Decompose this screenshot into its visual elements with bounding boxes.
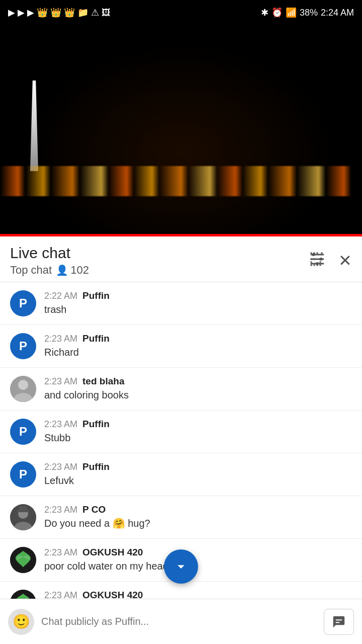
chat-input-field[interactable] <box>41 609 317 635</box>
video-background <box>0 25 362 236</box>
chat-time: 2:23 AM <box>44 334 77 344</box>
washington-monument <box>30 80 38 171</box>
viewer-number: 102 <box>70 264 89 277</box>
chat-content: 2:23 AM OGKUSH 420 poor cold water on my… <box>44 547 352 573</box>
chat-message: and coloring books <box>44 388 352 402</box>
chat-meta: 2:22 AM Puffin <box>44 290 352 301</box>
person-icon: 👤 <box>56 264 68 276</box>
chat-user: OGKUSH 420 <box>82 547 143 558</box>
top-chat-label[interactable]: Top chat <box>10 264 52 277</box>
emoji-button[interactable]: 🙂 <box>8 609 34 635</box>
avatar: P <box>10 333 36 359</box>
chat-user: Puffin <box>82 333 110 344</box>
send-button[interactable] <box>324 609 354 635</box>
app-icons: ▶ ▶ ▶ 👑 👑 👑 📁 ⚠ 🖼 <box>8 7 111 18</box>
viewer-count: 👤 102 <box>56 264 89 277</box>
chat-content: 2:23 AM Puffin Lefuvk <box>44 461 352 488</box>
chat-meta: 2:23 AM P CO <box>44 504 352 515</box>
city-lights <box>0 166 362 196</box>
list-item: P 2:22 AM Puffin trash <box>0 282 362 325</box>
chat-time: 2:23 AM <box>44 462 77 472</box>
chat-meta: 2:23 AM Puffin <box>44 419 352 430</box>
filter-icon[interactable] <box>308 250 326 272</box>
avatar: P <box>10 461 36 488</box>
avatar <box>10 547 36 573</box>
chat-time: 2:22 AM <box>44 291 77 301</box>
svg-rect-15 <box>19 506 27 512</box>
bluetooth-icon: ✱ <box>261 7 268 18</box>
chat-content: 2:23 AM Puffin Richard <box>44 333 352 359</box>
video-progress-bar[interactable] <box>0 234 362 236</box>
avatar: P <box>10 290 36 316</box>
list-item: P 2:23 AM Puffin Stubb <box>0 411 362 453</box>
svg-point-5 <box>316 262 319 265</box>
live-chat-sub: Top chat 👤 102 <box>10 264 89 277</box>
alarm-icon: ⏰ <box>272 7 283 18</box>
svg-point-9 <box>18 380 28 390</box>
status-bar: ▶ ▶ ▶ 👑 👑 👑 📁 ⚠ 🖼 ✱ ⏰ 📶 38% 2:24 AM <box>0 0 362 25</box>
status-icons: ▶ ▶ ▶ 👑 👑 👑 📁 ⚠ 🖼 <box>8 7 111 18</box>
live-chat-controls: ✕ <box>308 250 352 272</box>
chat-message: Richard <box>44 345 352 359</box>
time-display: 2:24 AM <box>321 8 354 18</box>
scroll-down-button[interactable] <box>164 549 198 584</box>
chat-message: poor cold water on my head <box>44 559 352 573</box>
chat-content: 2:23 AM P CO Do you need a 🤗 hug? <box>44 504 352 530</box>
status-right: ✱ ⏰ 📶 38% 2:24 AM <box>261 7 354 18</box>
chat-time: 2:23 AM <box>44 505 77 515</box>
chat-content: 2:23 AM ted blaha and coloring books <box>44 376 352 402</box>
avatar <box>10 376 36 402</box>
chat-user: Puffin <box>82 419 110 430</box>
list-item: 2:23 AM ted blaha and coloring books <box>0 368 362 411</box>
close-icon[interactable]: ✕ <box>338 251 352 270</box>
chat-user: P CO <box>82 504 106 515</box>
battery-text: 38% <box>300 8 318 18</box>
chat-message: Lefuvk <box>44 473 352 488</box>
chat-user: Puffin <box>82 461 110 472</box>
chat-meta: 2:23 AM Puffin <box>44 461 352 472</box>
chat-message: Do you need a 🤗 hug? <box>44 516 352 530</box>
list-item: P 2:23 AM Puffin Lefuvk <box>0 453 362 496</box>
live-chat-header: Live chat Top chat 👤 102 ✕ <box>0 236 362 282</box>
chat-time: 2:23 AM <box>44 419 77 430</box>
list-item: P 2:23 AM Puffin Richard <box>0 325 362 368</box>
svg-point-4 <box>320 258 323 261</box>
chat-meta: 2:23 AM ted blaha <box>44 376 352 387</box>
chat-user: Puffin <box>82 290 110 301</box>
chat-user: ted blaha <box>82 376 124 387</box>
chat-time: 2:23 AM <box>44 376 77 387</box>
chat-content: 2:23 AM Puffin Stubb <box>44 419 352 445</box>
chat-input-bar: 🙂 <box>0 599 362 644</box>
avatar <box>10 504 36 530</box>
chat-content: 2:22 AM Puffin trash <box>44 290 352 316</box>
live-chat-title: Live chat <box>10 245 89 262</box>
chat-message: trash <box>44 302 352 316</box>
list-item: 2:23 AM P CO Do you need a 🤗 hug? <box>0 496 362 539</box>
chat-meta: 2:23 AM Puffin <box>44 333 352 344</box>
chat-message: Stubb <box>44 431 352 445</box>
live-chat-info: Live chat Top chat 👤 102 <box>10 245 89 277</box>
wifi-icon: 📶 <box>286 7 297 18</box>
chat-time: 2:23 AM <box>44 547 77 558</box>
svg-point-3 <box>312 253 315 256</box>
avatar: P <box>10 419 36 445</box>
chat-meta: 2:23 AM OGKUSH 420 <box>44 547 352 558</box>
video-player[interactable] <box>0 25 362 236</box>
